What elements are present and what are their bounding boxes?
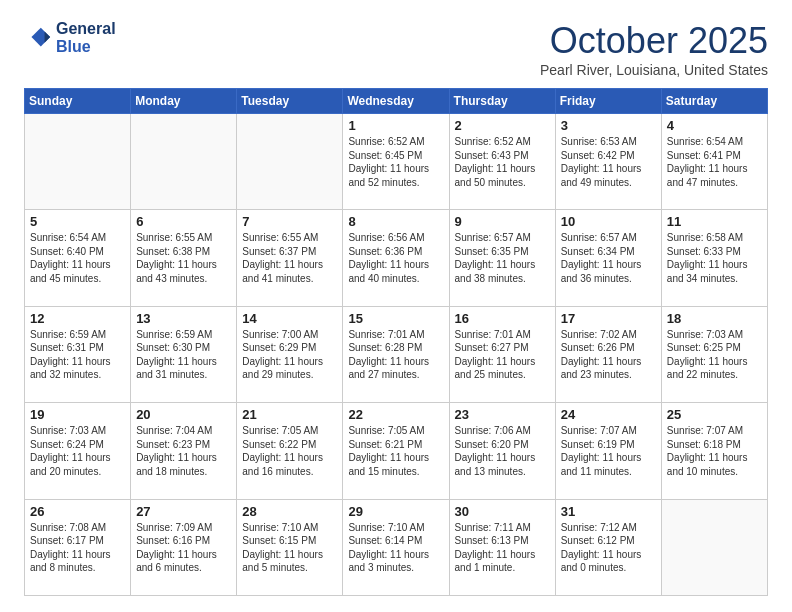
logo-text-general: General bbox=[56, 20, 116, 38]
day-number: 9 bbox=[455, 214, 550, 229]
day-number: 8 bbox=[348, 214, 443, 229]
day-number: 10 bbox=[561, 214, 656, 229]
day-info: Sunrise: 7:08 AM Sunset: 6:17 PM Dayligh… bbox=[30, 521, 125, 575]
table-row bbox=[661, 499, 767, 595]
day-number: 21 bbox=[242, 407, 337, 422]
table-row: 13Sunrise: 6:59 AM Sunset: 6:30 PM Dayli… bbox=[131, 306, 237, 402]
day-number: 30 bbox=[455, 504, 550, 519]
col-saturday: Saturday bbox=[661, 89, 767, 114]
table-row: 5Sunrise: 6:54 AM Sunset: 6:40 PM Daylig… bbox=[25, 210, 131, 306]
day-number: 11 bbox=[667, 214, 762, 229]
svg-marker-1 bbox=[45, 31, 51, 42]
table-row: 8Sunrise: 6:56 AM Sunset: 6:36 PM Daylig… bbox=[343, 210, 449, 306]
day-number: 5 bbox=[30, 214, 125, 229]
calendar-week-row: 19Sunrise: 7:03 AM Sunset: 6:24 PM Dayli… bbox=[25, 403, 768, 499]
day-number: 25 bbox=[667, 407, 762, 422]
col-sunday: Sunday bbox=[25, 89, 131, 114]
day-info: Sunrise: 6:59 AM Sunset: 6:30 PM Dayligh… bbox=[136, 328, 231, 382]
day-number: 2 bbox=[455, 118, 550, 133]
day-info: Sunrise: 6:59 AM Sunset: 6:31 PM Dayligh… bbox=[30, 328, 125, 382]
day-info: Sunrise: 6:57 AM Sunset: 6:35 PM Dayligh… bbox=[455, 231, 550, 285]
day-number: 19 bbox=[30, 407, 125, 422]
table-row: 14Sunrise: 7:00 AM Sunset: 6:29 PM Dayli… bbox=[237, 306, 343, 402]
day-info: Sunrise: 6:54 AM Sunset: 6:41 PM Dayligh… bbox=[667, 135, 762, 189]
table-row: 7Sunrise: 6:55 AM Sunset: 6:37 PM Daylig… bbox=[237, 210, 343, 306]
table-row: 6Sunrise: 6:55 AM Sunset: 6:38 PM Daylig… bbox=[131, 210, 237, 306]
table-row bbox=[25, 114, 131, 210]
day-info: Sunrise: 7:09 AM Sunset: 6:16 PM Dayligh… bbox=[136, 521, 231, 575]
logo-icon bbox=[24, 24, 52, 52]
day-info: Sunrise: 6:54 AM Sunset: 6:40 PM Dayligh… bbox=[30, 231, 125, 285]
day-number: 6 bbox=[136, 214, 231, 229]
day-number: 24 bbox=[561, 407, 656, 422]
day-number: 16 bbox=[455, 311, 550, 326]
table-row: 3Sunrise: 6:53 AM Sunset: 6:42 PM Daylig… bbox=[555, 114, 661, 210]
table-row: 11Sunrise: 6:58 AM Sunset: 6:33 PM Dayli… bbox=[661, 210, 767, 306]
day-number: 3 bbox=[561, 118, 656, 133]
table-row: 16Sunrise: 7:01 AM Sunset: 6:27 PM Dayli… bbox=[449, 306, 555, 402]
header: General Blue October 2025 Pearl River, L… bbox=[24, 20, 768, 78]
calendar-week-row: 26Sunrise: 7:08 AM Sunset: 6:17 PM Dayli… bbox=[25, 499, 768, 595]
table-row: 31Sunrise: 7:12 AM Sunset: 6:12 PM Dayli… bbox=[555, 499, 661, 595]
day-info: Sunrise: 7:01 AM Sunset: 6:27 PM Dayligh… bbox=[455, 328, 550, 382]
calendar-week-row: 5Sunrise: 6:54 AM Sunset: 6:40 PM Daylig… bbox=[25, 210, 768, 306]
day-info: Sunrise: 6:58 AM Sunset: 6:33 PM Dayligh… bbox=[667, 231, 762, 285]
title-area: October 2025 Pearl River, Louisiana, Uni… bbox=[540, 20, 768, 78]
table-row: 20Sunrise: 7:04 AM Sunset: 6:23 PM Dayli… bbox=[131, 403, 237, 499]
day-number: 23 bbox=[455, 407, 550, 422]
table-row: 17Sunrise: 7:02 AM Sunset: 6:26 PM Dayli… bbox=[555, 306, 661, 402]
day-info: Sunrise: 7:05 AM Sunset: 6:22 PM Dayligh… bbox=[242, 424, 337, 478]
table-row: 24Sunrise: 7:07 AM Sunset: 6:19 PM Dayli… bbox=[555, 403, 661, 499]
col-monday: Monday bbox=[131, 89, 237, 114]
table-row: 29Sunrise: 7:10 AM Sunset: 6:14 PM Dayli… bbox=[343, 499, 449, 595]
table-row: 1Sunrise: 6:52 AM Sunset: 6:45 PM Daylig… bbox=[343, 114, 449, 210]
day-number: 17 bbox=[561, 311, 656, 326]
col-thursday: Thursday bbox=[449, 89, 555, 114]
day-info: Sunrise: 6:57 AM Sunset: 6:34 PM Dayligh… bbox=[561, 231, 656, 285]
col-friday: Friday bbox=[555, 89, 661, 114]
day-info: Sunrise: 7:12 AM Sunset: 6:12 PM Dayligh… bbox=[561, 521, 656, 575]
table-row: 23Sunrise: 7:06 AM Sunset: 6:20 PM Dayli… bbox=[449, 403, 555, 499]
calendar-header-row: Sunday Monday Tuesday Wednesday Thursday… bbox=[25, 89, 768, 114]
day-number: 29 bbox=[348, 504, 443, 519]
day-info: Sunrise: 7:07 AM Sunset: 6:19 PM Dayligh… bbox=[561, 424, 656, 478]
day-info: Sunrise: 7:11 AM Sunset: 6:13 PM Dayligh… bbox=[455, 521, 550, 575]
day-number: 22 bbox=[348, 407, 443, 422]
day-number: 31 bbox=[561, 504, 656, 519]
table-row: 21Sunrise: 7:05 AM Sunset: 6:22 PM Dayli… bbox=[237, 403, 343, 499]
col-tuesday: Tuesday bbox=[237, 89, 343, 114]
calendar-week-row: 1Sunrise: 6:52 AM Sunset: 6:45 PM Daylig… bbox=[25, 114, 768, 210]
day-number: 4 bbox=[667, 118, 762, 133]
day-info: Sunrise: 7:10 AM Sunset: 6:14 PM Dayligh… bbox=[348, 521, 443, 575]
table-row: 19Sunrise: 7:03 AM Sunset: 6:24 PM Dayli… bbox=[25, 403, 131, 499]
day-number: 27 bbox=[136, 504, 231, 519]
table-row: 22Sunrise: 7:05 AM Sunset: 6:21 PM Dayli… bbox=[343, 403, 449, 499]
day-info: Sunrise: 7:10 AM Sunset: 6:15 PM Dayligh… bbox=[242, 521, 337, 575]
table-row bbox=[131, 114, 237, 210]
day-info: Sunrise: 7:06 AM Sunset: 6:20 PM Dayligh… bbox=[455, 424, 550, 478]
day-info: Sunrise: 6:52 AM Sunset: 6:43 PM Dayligh… bbox=[455, 135, 550, 189]
page: General Blue October 2025 Pearl River, L… bbox=[0, 0, 792, 612]
logo-text-blue: Blue bbox=[56, 38, 116, 56]
day-info: Sunrise: 7:00 AM Sunset: 6:29 PM Dayligh… bbox=[242, 328, 337, 382]
day-info: Sunrise: 7:03 AM Sunset: 6:24 PM Dayligh… bbox=[30, 424, 125, 478]
table-row: 10Sunrise: 6:57 AM Sunset: 6:34 PM Dayli… bbox=[555, 210, 661, 306]
table-row: 27Sunrise: 7:09 AM Sunset: 6:16 PM Dayli… bbox=[131, 499, 237, 595]
day-number: 14 bbox=[242, 311, 337, 326]
day-info: Sunrise: 7:01 AM Sunset: 6:28 PM Dayligh… bbox=[348, 328, 443, 382]
table-row: 4Sunrise: 6:54 AM Sunset: 6:41 PM Daylig… bbox=[661, 114, 767, 210]
day-info: Sunrise: 6:55 AM Sunset: 6:37 PM Dayligh… bbox=[242, 231, 337, 285]
logo: General Blue bbox=[24, 20, 116, 56]
day-info: Sunrise: 7:05 AM Sunset: 6:21 PM Dayligh… bbox=[348, 424, 443, 478]
day-number: 13 bbox=[136, 311, 231, 326]
table-row: 18Sunrise: 7:03 AM Sunset: 6:25 PM Dayli… bbox=[661, 306, 767, 402]
table-row: 30Sunrise: 7:11 AM Sunset: 6:13 PM Dayli… bbox=[449, 499, 555, 595]
day-number: 26 bbox=[30, 504, 125, 519]
calendar-table: Sunday Monday Tuesday Wednesday Thursday… bbox=[24, 88, 768, 596]
day-number: 12 bbox=[30, 311, 125, 326]
day-info: Sunrise: 6:56 AM Sunset: 6:36 PM Dayligh… bbox=[348, 231, 443, 285]
table-row: 28Sunrise: 7:10 AM Sunset: 6:15 PM Dayli… bbox=[237, 499, 343, 595]
table-row: 25Sunrise: 7:07 AM Sunset: 6:18 PM Dayli… bbox=[661, 403, 767, 499]
day-info: Sunrise: 6:52 AM Sunset: 6:45 PM Dayligh… bbox=[348, 135, 443, 189]
table-row: 2Sunrise: 6:52 AM Sunset: 6:43 PM Daylig… bbox=[449, 114, 555, 210]
